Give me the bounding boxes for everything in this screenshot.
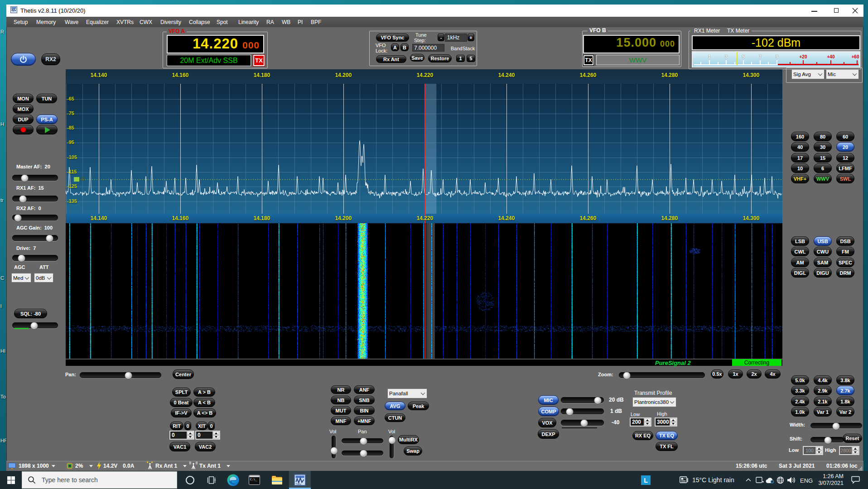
zoom-4x-button[interactable]: 4x [765, 369, 781, 379]
zoom-slider[interactable] [619, 372, 705, 378]
pan-rx1-slider[interactable] [342, 438, 383, 443]
spin-down-icon[interactable] [644, 422, 651, 426]
xit-zero-button[interactable]: 0 [208, 422, 215, 430]
tx-high-spinner-buttons[interactable] [670, 418, 676, 426]
menu-item-ra[interactable]: RA [266, 17, 274, 27]
band-80-button[interactable]: 80 [814, 132, 832, 141]
frequency-entry[interactable]: 7.000000 [412, 44, 444, 52]
mic-button[interactable]: MIC [538, 395, 559, 405]
tx-fl-button[interactable]: TX FL [656, 442, 678, 451]
filter-38k-button[interactable]: 3.8k [836, 375, 854, 385]
filter-var-2-button[interactable]: Var 2 [836, 407, 854, 417]
tune-step-minus-button[interactable]: - [438, 34, 444, 41]
vac2-button[interactable]: VAC2 [195, 442, 216, 451]
menu-item-linearity[interactable]: Linearity [238, 17, 259, 27]
vfo-b-frequency-display[interactable]: 15.000000 [583, 35, 680, 53]
waterfall-canvas[interactable] [66, 223, 782, 359]
drive-slider[interactable] [12, 255, 58, 261]
filter-low-spinner[interactable]: 100 [803, 446, 823, 455]
vox-slider[interactable] [561, 420, 604, 426]
mode-cwu-button[interactable]: CWU [814, 247, 832, 256]
band-vhfplus-button[interactable]: VHF+ [791, 174, 809, 183]
transmit-profile-select[interactable]: Plantronics380 [632, 397, 676, 407]
restore-button[interactable]: Restore [428, 54, 452, 62]
bin-button[interactable]: BIN [354, 406, 375, 415]
agc-gain-slider[interactable] [12, 235, 58, 241]
pan-slider[interactable] [80, 372, 161, 378]
comp-slider-thumb[interactable] [566, 408, 574, 416]
vfo-b-tx-button[interactable]: TX [583, 55, 594, 66]
ps-a-button[interactable]: PS-A [36, 115, 58, 124]
thetis-taskbar-button[interactable]: Thetis [289, 471, 311, 489]
spin-down-icon[interactable] [816, 451, 822, 454]
rx2-button[interactable]: RX2 [41, 53, 60, 65]
menu-item-wave[interactable]: Wave [65, 17, 78, 27]
multirx-button[interactable]: MultiRX [398, 435, 419, 444]
cpu-caret-icon[interactable] [89, 465, 93, 467]
vol-rx1-slider-thumb[interactable] [330, 447, 338, 455]
zoom-1x-button[interactable]: 1x [728, 369, 743, 379]
edge-button[interactable] [224, 471, 242, 489]
band-12-button[interactable]: 12 [836, 153, 854, 163]
vox-button[interactable]: VOX [538, 418, 556, 427]
cortana-button[interactable] [181, 471, 199, 489]
pan-slider-thumb[interactable] [125, 372, 132, 379]
filter-width-slider-thumb[interactable] [832, 422, 840, 430]
spin-down-icon[interactable] [213, 435, 219, 439]
pan-rx2-slider-thumb[interactable] [360, 450, 367, 457]
filter-high-spinner-buttons[interactable] [852, 447, 858, 454]
minimize-button[interactable] [805, 5, 825, 17]
spin-up-icon[interactable] [816, 447, 822, 451]
panadapter-canvas[interactable] [66, 69, 782, 223]
agc-threshold-marker[interactable] [74, 177, 79, 182]
menu-item-diversity[interactable]: Diversity [160, 17, 181, 27]
if-to-v-button[interactable]: IF->V [171, 408, 192, 417]
tray-device-icon[interactable] [756, 477, 764, 483]
network-icon[interactable] [776, 476, 784, 484]
tun-button[interactable]: TUN [36, 94, 57, 103]
band-6-button[interactable]: 6 [814, 163, 832, 173]
vfo-lock-a-button[interactable]: A [391, 43, 399, 51]
rx1-af-slider[interactable] [12, 196, 58, 201]
menu-item-pi[interactable]: PI [298, 17, 303, 27]
tx-eq-button[interactable]: TX EQ [656, 431, 678, 440]
nr-button[interactable]: NR [331, 385, 351, 394]
onedrive-icon[interactable] [766, 477, 775, 483]
tx-antenna-caret-icon[interactable] [227, 465, 230, 467]
xit-spinner-buttons[interactable] [212, 431, 219, 439]
tx-low-spinner[interactable]: 200 [630, 417, 651, 427]
close-button[interactable] [846, 5, 863, 17]
filter-24k-button[interactable]: 2.4k [791, 397, 809, 406]
menu-item-bpf[interactable]: BPF [311, 17, 321, 27]
att-select[interactable]: 0dB [34, 273, 53, 283]
tx-meter-mode-select[interactable]: Mic [826, 69, 859, 79]
filter-var-1-button[interactable]: Var 1 [814, 407, 832, 417]
menu-item-spot[interactable]: Spot [217, 17, 228, 27]
a-lt-b-button[interactable]: A < B [193, 398, 215, 407]
mode-cwl-button[interactable]: CWL [791, 247, 809, 256]
resolution-caret-icon[interactable] [52, 465, 55, 467]
band-40-button[interactable]: 40 [791, 142, 809, 152]
rx-antenna-caret-icon[interactable] [183, 465, 187, 467]
swap-button[interactable]: Swap [404, 446, 422, 455]
weather-status[interactable]: 15°C Light rain [692, 476, 734, 484]
mut-button[interactable]: MUT [331, 406, 351, 415]
vol-rx2-slider-thumb[interactable] [388, 436, 396, 444]
a-swap-b-button[interactable]: A <> B [193, 408, 216, 417]
filter-width-slider[interactable] [810, 423, 862, 428]
rit-button[interactable]: RIT [170, 422, 183, 430]
menu-item-setup[interactable]: Setup [14, 17, 28, 27]
band-17-button[interactable]: 17 [791, 153, 809, 163]
tray-l-icon[interactable]: L [641, 475, 651, 485]
spin-down-icon[interactable] [187, 435, 193, 439]
spin-up-icon[interactable] [852, 447, 858, 451]
rit-spinner-buttons[interactable] [187, 431, 193, 439]
start-button[interactable] [4, 473, 18, 487]
mode-fm-button[interactable]: FM [836, 247, 854, 256]
zoom-slider-thumb[interactable] [623, 372, 631, 379]
clock[interactable]: 1:26 AM3/07/2021 [815, 473, 844, 487]
filter-27k-button[interactable]: 2.7k [836, 386, 854, 395]
rit-zero-button[interactable]: 0 [184, 422, 191, 430]
peak-button[interactable]: Peak [408, 402, 429, 410]
rx1-af-slider-thumb[interactable] [19, 195, 27, 203]
